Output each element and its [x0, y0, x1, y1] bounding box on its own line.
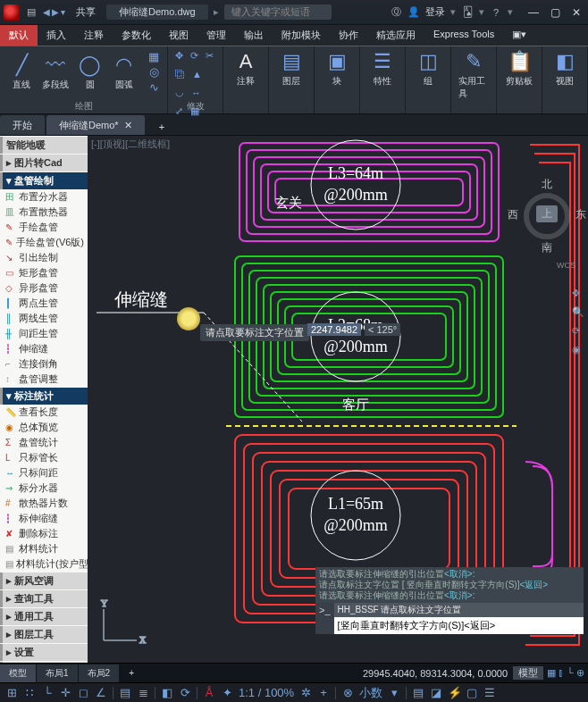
- min-button[interactable]: —: [525, 6, 542, 19]
- pan-icon[interactable]: ✥: [572, 288, 584, 299]
- cycle-icon[interactable]: ⟳: [179, 686, 191, 699]
- drawing-canvas[interactable]: L3=64m @200mm 玄关 L2=68m @200mm 客厅: [88, 136, 588, 663]
- units-menu[interactable]: 小数: [359, 685, 382, 701]
- tree-item[interactable]: 📏查看长度: [0, 405, 88, 420]
- signin-icon[interactable]: Ⓠ: [390, 5, 402, 19]
- tree-item[interactable]: ▤材料统计: [0, 541, 88, 556]
- annoscale-icon[interactable]: Å: [203, 686, 215, 699]
- tree-item[interactable]: ↔只标间距: [0, 465, 88, 481]
- grid-toggle-icon[interactable]: ∷: [23, 686, 36, 699]
- tree-cat[interactable]: ▸ 通用工具: [0, 608, 88, 625]
- tree-item[interactable]: ◉总体预览: [0, 420, 88, 435]
- snap-icon[interactable]: ⊞: [5, 686, 18, 699]
- ellipse-icon[interactable]: ◎: [147, 65, 160, 79]
- tree-item[interactable]: Σ盘管统计: [0, 435, 88, 450]
- layout-add[interactable]: +: [120, 665, 143, 681]
- tree-item[interactable]: ↘引出绘制: [0, 250, 88, 265]
- gear-icon[interactable]: ✲: [299, 686, 312, 699]
- tree-item[interactable]: ↕盘管调整: [0, 372, 88, 387]
- doc-tab-active[interactable]: 伸缩缝Demo*✕: [46, 115, 145, 135]
- command-input[interactable]: [竖向垂直时翻转文字方向(S)]<返回>: [334, 617, 584, 634]
- tree-cat[interactable]: ▸ 图片转Cad: [0, 155, 88, 171]
- clip-button[interactable]: 📋剪贴板: [504, 50, 534, 88]
- tree-item[interactable]: #散热器片数: [0, 496, 88, 511]
- isol-icon[interactable]: ◪: [430, 686, 442, 699]
- hwaccel-icon[interactable]: ⚡: [448, 686, 460, 699]
- workspace-icon[interactable]: ✦: [221, 686, 233, 699]
- orbit-icon[interactable]: ⟳: [572, 325, 584, 337]
- ribbon-tab[interactable]: 视图: [160, 25, 197, 46]
- polar-icon[interactable]: ✛: [59, 686, 71, 699]
- quickprops-icon[interactable]: ▤: [412, 686, 424, 699]
- osnap-icon[interactable]: ◻: [77, 686, 89, 699]
- tree-cat[interactable]: ▾ 盘管绘制: [0, 172, 88, 189]
- trans-icon[interactable]: ◧: [161, 686, 173, 699]
- tree-item[interactable]: ✎手绘盘管: [0, 220, 88, 235]
- steering-icon[interactable]: ◉: [572, 344, 584, 355]
- layout-tab[interactable]: 布局1: [37, 664, 78, 682]
- doc-tab-start[interactable]: 开始: [0, 115, 45, 135]
- viewport-label[interactable]: [-][顶视][二维线框]: [91, 138, 170, 151]
- tree-item[interactable]: L只标管长: [0, 450, 88, 465]
- ribbon-tab[interactable]: Express Tools: [424, 25, 503, 46]
- tree-item[interactable]: ║两线生管: [0, 311, 88, 326]
- tree-root[interactable]: 智能地暖: [0, 137, 88, 154]
- status-model[interactable]: 模型: [513, 666, 543, 680]
- move-icon[interactable]: ✥: [175, 50, 183, 62]
- ribbon-tab[interactable]: 默认: [0, 25, 38, 46]
- view-compass[interactable]: 北 东 南 西 上: [511, 180, 583, 252]
- share-button[interactable]: 共享: [71, 4, 101, 20]
- rotate-icon[interactable]: ⟳: [190, 50, 198, 62]
- fillet-icon[interactable]: ◡: [175, 87, 184, 98]
- otrack-icon[interactable]: ∠: [95, 686, 107, 699]
- nav-bar[interactable]: ✥ 🔍 ⟳ ◉: [572, 288, 584, 355]
- tree-item[interactable]: ╫间距生管: [0, 326, 88, 341]
- ribbon-tab[interactable]: 输出: [235, 25, 273, 46]
- spline-icon[interactable]: ∿: [147, 80, 160, 94]
- ribbon-tab[interactable]: 精选应用: [367, 25, 424, 46]
- tree-item[interactable]: ✘删除标注: [0, 526, 88, 541]
- command-window[interactable]: 请选取要标注伸缩缝的引出位置<取消>: 请点取标注文字位置 [ 竖向垂直时翻转文…: [315, 567, 584, 634]
- ortho-icon[interactable]: └: [41, 686, 54, 699]
- line-button[interactable]: ╱直线: [7, 54, 36, 91]
- close-button[interactable]: ✕: [568, 6, 584, 19]
- ribbon-tab[interactable]: 协作: [330, 25, 367, 46]
- tree-cat[interactable]: ▸ 图层工具: [0, 626, 88, 643]
- units-icon[interactable]: ⊗: [341, 686, 354, 699]
- mirror-icon[interactable]: ▲: [192, 69, 202, 79]
- ribbon-tab[interactable]: 附加模块: [273, 25, 330, 46]
- tree-item[interactable]: ▤材料统计(按户型): [0, 556, 88, 572]
- layout-tab[interactable]: 布局2: [79, 664, 120, 682]
- tree-cat[interactable]: ▾ 标注统计: [0, 388, 88, 405]
- block-button[interactable]: ▣块: [322, 50, 352, 88]
- custom-icon[interactable]: ☰: [483, 686, 496, 699]
- tab-close-icon[interactable]: ✕: [124, 120, 132, 131]
- group-button[interactable]: ◫组: [413, 50, 443, 88]
- tab-add[interactable]: +: [147, 118, 177, 135]
- help-icon[interactable]: ?: [490, 7, 502, 18]
- tree-item[interactable]: ◇异形盘管: [0, 280, 88, 296]
- layout-tab[interactable]: 模型: [0, 664, 36, 682]
- tree-cat[interactable]: ▸ 查询工具: [0, 590, 88, 607]
- tree-item[interactable]: ▭矩形盘管: [0, 265, 88, 280]
- tree-item[interactable]: ⌐连接倒角: [0, 356, 88, 372]
- grid-icon[interactable]: ▦ ⫿ └ ⊕: [543, 667, 588, 679]
- scale-menu[interactable]: 1:1 / 100%: [239, 686, 294, 699]
- tree-item[interactable]: 田布置分水器: [0, 189, 88, 205]
- properties-button[interactable]: ☰特性: [367, 50, 398, 88]
- hatch-icon[interactable]: ▦: [147, 50, 160, 63]
- dynamic-input[interactable]: 2247.9482 < 125°: [307, 323, 400, 336]
- tree-item[interactable]: ┃两点生管: [0, 296, 88, 311]
- stretch-icon[interactable]: ↔: [191, 88, 201, 98]
- login-button[interactable]: 登录: [425, 5, 445, 19]
- ribbon-tab[interactable]: 管理: [197, 25, 235, 46]
- tree-cat[interactable]: ▸ 新风空调: [0, 572, 88, 589]
- circle-button[interactable]: ◯圆: [76, 54, 105, 91]
- tree-item[interactable]: ⇝标分水器: [0, 481, 88, 496]
- tree-item[interactable]: 皿布置散热器: [0, 205, 88, 220]
- tree-item[interactable]: ✎手绘盘管(V6版): [0, 235, 88, 250]
- arc-button[interactable]: ◠圆弧: [110, 54, 139, 91]
- ribbon-tab[interactable]: 注释: [75, 25, 113, 46]
- tree-item[interactable]: ┇伸缩缝: [0, 341, 88, 356]
- copy-icon[interactable]: ⿻: [175, 69, 185, 79]
